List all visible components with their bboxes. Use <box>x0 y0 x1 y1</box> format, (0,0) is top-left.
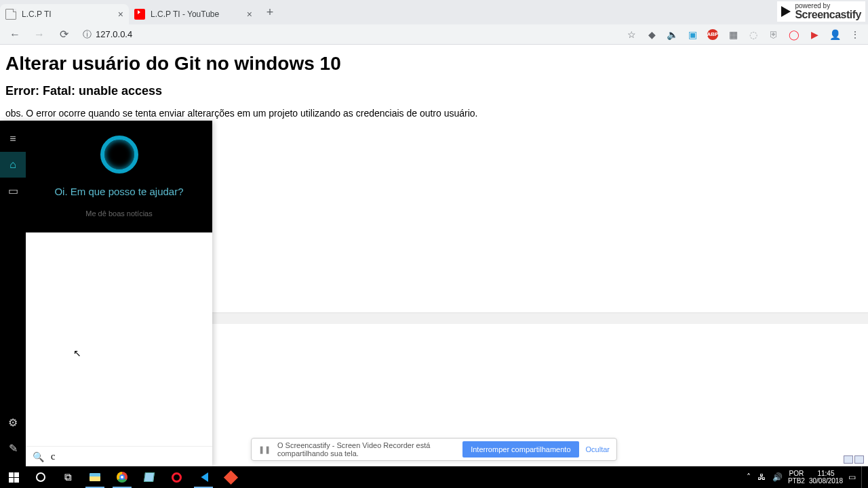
taskbar: ⧉ ˄ 🖧 🔊 POR PTB2 11:45 30/08/2018 ▭ <box>0 466 868 488</box>
browser-tab-strip: L.C.P TI × L.C.P TI - YouTube × + <box>0 0 868 24</box>
page-title: Alterar usuário do Git no windows 10 <box>5 53 863 75</box>
start-search-panel: ≡ ⌂ ▭ ⚙ ✎ Oi. Em que posso te ajudar? Me… <box>0 121 212 466</box>
search-input[interactable] <box>51 451 205 462</box>
notebook-icon[interactable]: ▭ <box>0 178 26 203</box>
tab-title: L.C.P TI <box>22 9 113 19</box>
stop-sharing-button[interactable]: Interromper compartilhamento <box>462 441 578 458</box>
file-explorer-button[interactable] <box>81 466 108 488</box>
home-icon[interactable]: ⌂ <box>0 152 26 178</box>
pause-icon[interactable]: ❚❚ <box>258 445 271 454</box>
browser-toolbar: ← → ⟳ ⓘ 127.0.0.4 ☆ ◆ 🔈 ▣ ABP ▦ ◌ ⛨ ◯ ▶ … <box>0 24 868 45</box>
task-view-button[interactable]: ⧉ <box>54 466 81 488</box>
start-button[interactable] <box>0 466 27 488</box>
extension-icon[interactable]: ◆ <box>644 27 659 42</box>
youtube-icon <box>134 9 145 20</box>
hide-button[interactable]: Ocultar <box>586 445 610 453</box>
brand-name: Screencastify <box>795 9 861 20</box>
view-mode-toggle[interactable] <box>844 455 864 464</box>
site-info-icon[interactable]: ⓘ <box>83 28 92 41</box>
notepad-button[interactable] <box>136 466 163 488</box>
network-icon[interactable]: 🖧 <box>756 472 767 482</box>
cortana-button[interactable] <box>27 466 54 488</box>
show-desktop-button[interactable] <box>861 466 865 488</box>
system-tray: ˄ 🖧 🔊 POR PTB2 11:45 30/08/2018 ▭ <box>745 466 868 488</box>
chrome-button[interactable] <box>108 466 136 488</box>
cursor-icon: ↖ <box>73 348 81 359</box>
address-url: 127.0.0.4 <box>96 29 132 39</box>
screencastify-watermark: powered by Screencastify <box>777 1 865 22</box>
adblock-icon[interactable]: ABP <box>705 27 720 42</box>
new-tab-button[interactable]: + <box>260 3 279 22</box>
shield-icon[interactable]: ⛨ <box>766 27 781 42</box>
horizontal-scrollbar[interactable] <box>212 312 868 324</box>
cortana-header: Oi. Em que posso te ajudar? Me dê boas n… <box>26 121 212 232</box>
play-icon <box>781 6 791 17</box>
extension-icon[interactable]: ▣ <box>685 27 700 42</box>
tab-title: L.C.P TI - YouTube <box>151 9 241 19</box>
screencastify-ext-icon[interactable]: ▶ <box>807 27 822 42</box>
cortana-suggestion[interactable]: Me dê boas notícias <box>85 209 152 218</box>
sourcetree-button[interactable] <box>217 466 244 488</box>
tray-chevron-icon[interactable]: ˄ <box>745 472 752 482</box>
bookmark-star-icon[interactable]: ☆ <box>624 27 639 42</box>
search-results-area: ↖ <box>26 232 212 466</box>
search-icon: 🔍 <box>33 451 44 462</box>
cortana-ring-icon <box>100 136 138 174</box>
close-icon[interactable]: × <box>247 9 252 20</box>
browser-tab-active[interactable]: L.C.P TI × <box>0 4 129 24</box>
volume-icon[interactable]: 🔊 <box>771 472 784 482</box>
feedback-icon[interactable]: ✎ <box>0 435 26 461</box>
opera-button[interactable] <box>163 466 190 488</box>
opera-ext-icon[interactable]: ◯ <box>787 27 802 42</box>
gear-icon[interactable]: ⚙ <box>0 409 26 435</box>
browser-tab[interactable]: L.C.P TI - YouTube × <box>129 4 258 24</box>
page-subheading: Error: Fatal: unable access <box>5 84 863 98</box>
qr-icon[interactable]: ▦ <box>726 27 741 42</box>
clock[interactable]: 11:45 30/08/2018 <box>809 470 843 485</box>
start-rail: ≡ ⌂ ▭ ⚙ ✎ <box>0 121 26 466</box>
notifications-icon[interactable]: ▭ <box>847 472 857 482</box>
profile-icon[interactable]: 👤 <box>827 27 842 42</box>
page-content: Alterar usuário do Git no windows 10 Err… <box>0 45 868 127</box>
extension-icon[interactable]: ◌ <box>746 27 761 42</box>
language-indicator[interactable]: POR PTB2 <box>788 470 805 485</box>
vscode-button[interactable] <box>190 466 217 488</box>
reload-button[interactable]: ⟳ <box>54 25 73 44</box>
address-bar[interactable]: ⓘ 127.0.0.4 <box>79 28 136 41</box>
hamburger-icon[interactable]: ≡ <box>0 126 26 152</box>
page-icon <box>5 9 16 20</box>
mute-icon[interactable]: 🔈 <box>665 27 679 42</box>
start-search-bar[interactable]: 🔍 <box>26 446 212 466</box>
close-icon[interactable]: × <box>118 9 123 20</box>
screenshare-message: O Screencastify - Screen Video Recorder … <box>277 441 456 458</box>
back-button[interactable]: ← <box>5 25 24 44</box>
screenshare-infobar: ❚❚ O Screencastify - Screen Video Record… <box>251 438 617 461</box>
forward-button[interactable]: → <box>30 25 49 44</box>
cortana-greeting: Oi. Em que posso te ajudar? <box>54 186 183 197</box>
menu-icon[interactable]: ⋮ <box>848 27 863 42</box>
page-paragraph: obs. O error ocorre quando se tenta envi… <box>5 108 863 119</box>
